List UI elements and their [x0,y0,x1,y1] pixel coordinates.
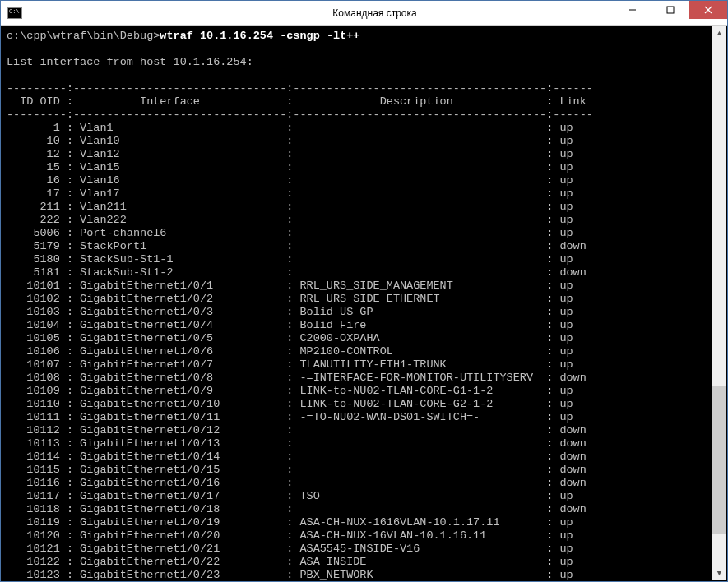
cmd-icon [7,7,22,19]
scroll-down-button[interactable]: ▼ [712,566,726,580]
window-controls [614,1,727,25]
command-prompt-window: Командная строка c:\cpp\wtraf\bin\Debug>… [0,0,728,582]
terminal-output[interactable]: c:\cpp\wtraf\bin\Debug>wtraf 10.1.16.254… [2,26,712,580]
minimize-icon [628,6,637,14]
minimize-button[interactable] [614,1,651,19]
close-button[interactable] [689,1,727,19]
close-icon [704,6,712,14]
maximize-icon [666,6,675,14]
scroll-track[interactable] [712,40,726,566]
maximize-button[interactable] [651,1,689,19]
scroll-thumb[interactable] [712,386,726,534]
vertical-scrollbar[interactable]: ▲ ▼ [712,26,726,580]
titlebar[interactable]: Командная строка [1,1,727,26]
scroll-up-button[interactable]: ▲ [712,26,726,40]
svg-rect-1 [667,7,674,13]
